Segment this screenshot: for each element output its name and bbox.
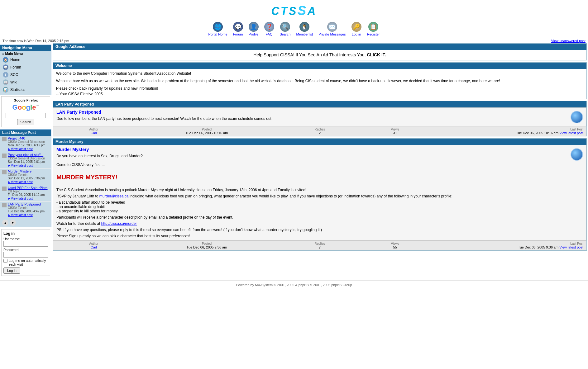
nav-portal-home[interactable]: 🌐 Portal Home (208, 22, 227, 36)
murder-body: Murder Mystery Do you have an interest i… (53, 145, 586, 240)
murder-teaser: Do you have an interest in Sex, Drugs, a… (56, 154, 583, 158)
nav-forum-label: Forum (233, 32, 243, 36)
adsense-header: Google AdSense (53, 44, 586, 50)
last-msg-content-4: LAN Party Postponed CISSA Events Tue Dec… (8, 202, 45, 217)
murder-meta: Author Carl Posted Tue Dec 06, 2005 9:36… (53, 240, 586, 250)
wiki-icon: 📖 (3, 79, 8, 85)
nav-forum[interactable]: 💬 Forum (233, 22, 243, 36)
nav-private-messages[interactable]: ✉️ Private Messages (318, 22, 346, 36)
murder-view-latest-link[interactable]: View latest post (559, 245, 583, 249)
welcome-p4: -- Your CISSA Elective 2005 (56, 91, 583, 97)
scc-link[interactable]: SCC (10, 73, 18, 77)
nav-profile-label: Profile (249, 32, 258, 36)
lan-party-header: LAN Party Postponed (53, 101, 586, 107)
adsense-body: Help Support CISSA! If You See An Ad Tha… (53, 50, 586, 60)
nav-menu-title: Navigation Menu (0, 45, 51, 51)
murder-email-link[interactable]: murder@cissa.ca (99, 194, 129, 198)
nav-portal-home-label: Portal Home (208, 32, 227, 36)
site-logo: CTSSA (0, 3, 588, 18)
murder-author-col: Author Carl (56, 242, 131, 249)
murder-p4-start: Watch for further details at (56, 221, 101, 226)
google-search-input[interactable] (6, 113, 46, 118)
last-msg-title-3[interactable]: Used PSP For Sale *Pics* (8, 186, 48, 190)
password-input[interactable] (3, 252, 48, 258)
statistics-link[interactable]: Statistics (10, 88, 25, 92)
murder-website-link[interactable]: http://cissa.ca/murder (101, 221, 137, 226)
auto-login-label: Log me on automatically each visit (9, 259, 48, 266)
last-msg-view-2[interactable]: ►View latest post (8, 180, 45, 184)
nav-faq-label: FAQ (266, 32, 273, 36)
home-link[interactable]: Home (10, 58, 20, 62)
last-msg-title-1[interactable]: Post your pics of stuff... (8, 153, 45, 157)
time-notice: The time now is Wed Dec 14, 2005 2:15 pm (2, 39, 69, 43)
wiki-link[interactable]: Wiki (10, 80, 17, 84)
last-msg-subforum-3: Off Topic (8, 190, 48, 193)
site-header: CTSSA 🌐 Portal Home 💬 Forum 👤 Profile ❓ … (0, 0, 588, 43)
last-msg-date-0: Mon Dec 12, 2005 6:12 pm (8, 144, 45, 147)
last-msg-title-4[interactable]: LAN Party Postponed (8, 202, 45, 206)
google-box: Google Firefox Google™ Search (1, 96, 50, 127)
nav-register[interactable]: 📋 Register (367, 22, 380, 36)
lan-posted-col: Posted Tue Dec 06, 2005 10:16 am (131, 128, 282, 135)
last-msg-icon-1 (2, 154, 7, 158)
last-msg-content-3: Used PSP For Sale *Pics* Off Topic Fri D… (8, 186, 48, 200)
statistics-icon: 📊 (3, 87, 8, 92)
logo-area: CTSSA (0, 0, 588, 19)
last-msg-view-3[interactable]: ►View latest post (8, 196, 48, 200)
forum-link[interactable]: Forum (10, 65, 21, 69)
adsense-section: Google AdSense Help Support CISSA! If Yo… (53, 43, 587, 60)
nav-register-label: Register (367, 32, 380, 36)
nav-item-statistics[interactable]: 📊 Statistics (0, 86, 51, 93)
last-msg-view-0[interactable]: ►View latest post (8, 147, 45, 151)
murder-p6: Please Sign up early so we can pick a ch… (56, 234, 583, 238)
last-msg-subforum-2: CISSA Events (8, 173, 45, 177)
last-msg-date-2: Sun Dec 11, 2005 5:36 pm (8, 177, 45, 180)
nav-item-home[interactable]: 🏠 Home (0, 56, 51, 64)
nav-item-scc[interactable]: ℹ SCC (0, 71, 51, 78)
nav-login[interactable]: 🔑 Log in (351, 22, 361, 36)
main-content: Google AdSense Help Support CISSA! If Yo… (51, 43, 588, 277)
next-page-btn[interactable]: ▼ (10, 220, 16, 226)
last-msg-view-1[interactable]: ►View latest post (8, 163, 45, 167)
murder-come-text: Come to CISSA's very first.... (56, 163, 583, 167)
lan-author-link[interactable]: Carl (91, 131, 97, 135)
login-button[interactable]: Log in (3, 267, 20, 274)
last-msg-content-1: Post your pics of stuff... CISSA General… (8, 153, 45, 167)
lan-party-globe (571, 111, 583, 123)
nav-faq[interactable]: ❓ FAQ (264, 22, 274, 36)
nav-memberlist[interactable]: 🐧 Memberlist (296, 22, 313, 36)
murder-title-link[interactable]: Murder Mystery (56, 147, 89, 152)
last-msg-item-0: Project 440 CISSA General Discussion Mon… (0, 136, 51, 152)
nav-menu-body: ≡ Main Menu 🏠 Home 💬 Forum ℹ SCC 📖 Wiki (0, 51, 51, 95)
username-input[interactable] (3, 241, 48, 247)
nav-memberlist-label: Memberlist (296, 32, 313, 36)
lan-views-col: Views 31 (357, 128, 433, 135)
nav-item-wiki[interactable]: 📖 Wiki (0, 78, 51, 86)
lan-party-title-link[interactable]: LAN Party Postponed (56, 110, 101, 115)
murder-p2-start: RSVP by January 10th to (56, 194, 99, 198)
lan-replies-col: Replies 2 (282, 128, 357, 135)
lan-view-latest-link[interactable]: View latest post (559, 131, 583, 135)
murder-views-col: Views 55 (357, 242, 433, 249)
nav-item-forum[interactable]: 💬 Forum (0, 64, 51, 71)
last-msg-icon-4 (2, 203, 7, 207)
last-msg-subforum-4: CISSA Events (8, 206, 45, 210)
last-msg-title-2[interactable]: Murder Mystery (8, 169, 45, 173)
prev-page-btn[interactable]: ▲ (2, 220, 8, 226)
last-msg-item-2: Murder Mystery CISSA Events Sun Dec 11, … (0, 169, 51, 185)
last-msg-title-0[interactable]: Project 440 (8, 136, 45, 140)
murder-author-link[interactable]: Carl (91, 245, 97, 249)
last-msg-subforum-0: CISSA General Discussion (8, 140, 45, 144)
auto-login-checkbox[interactable] (3, 259, 7, 263)
nav-profile[interactable]: 👤 Profile (249, 22, 259, 36)
view-unanswered-link[interactable]: View unanswered post (551, 39, 586, 43)
google-search-button[interactable]: Search (17, 119, 34, 125)
last-msg-subforum-1: CISSA General Discussion (8, 157, 45, 160)
last-msg-date-4: Tue Dec 06, 2005 4:42 pm (8, 210, 45, 213)
last-msg-view-4[interactable]: ►View latest post (8, 213, 45, 217)
nav-search[interactable]: 🔍 Search (280, 22, 291, 36)
welcome-body: Welcome to the new Computer Information … (53, 69, 586, 99)
login-box: Log in Username: Password: Log me on aut… (1, 229, 50, 276)
login-title: Log in (3, 231, 48, 236)
lan-party-desc: Due to low numbers, the LAN party has be… (56, 116, 583, 121)
